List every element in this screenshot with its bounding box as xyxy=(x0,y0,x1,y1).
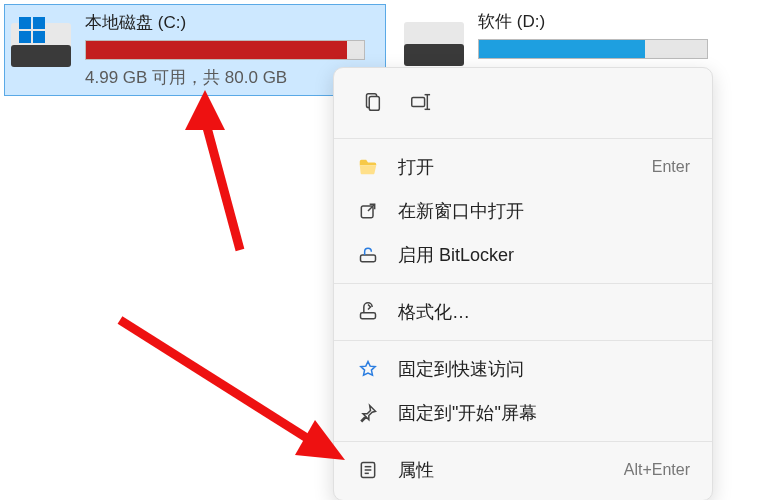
menu-item-open-new-window[interactable]: 在新窗口中打开 xyxy=(334,189,712,233)
capacity-bar xyxy=(478,39,708,59)
bitlocker-icon xyxy=(356,243,380,267)
svg-marker-14 xyxy=(185,90,225,130)
context-menu: 打开 Enter 在新窗口中打开 启用 BitLocker xyxy=(333,67,713,500)
drive-name: 本地磁盘 (C:) xyxy=(85,11,375,34)
drive-c[interactable]: 本地磁盘 (C:) 4.99 GB 可用，共 80.0 GB xyxy=(4,4,386,96)
open-new-window-icon xyxy=(356,199,380,223)
svg-line-13 xyxy=(205,120,240,250)
svg-rect-7 xyxy=(361,255,376,262)
format-icon xyxy=(356,300,380,324)
menu-item-shortcut: Enter xyxy=(652,158,690,176)
menu-item-pin-quick-access[interactable]: 固定到快速访问 xyxy=(334,347,712,391)
svg-rect-2 xyxy=(412,97,425,106)
menu-separator xyxy=(334,441,712,442)
menu-separator xyxy=(334,340,712,341)
menu-item-bitlocker[interactable]: 启用 BitLocker xyxy=(334,233,712,277)
drive-free-text: 4.99 GB 可用，共 80.0 GB xyxy=(85,66,375,89)
menu-item-format[interactable]: 格式化… xyxy=(334,290,712,334)
menu-item-label: 打开 xyxy=(398,155,652,179)
annotation-arrow-down xyxy=(110,310,350,480)
rename-button[interactable] xyxy=(400,82,440,122)
menu-item-label: 启用 BitLocker xyxy=(398,243,690,267)
copy-button[interactable] xyxy=(352,82,392,122)
svg-rect-1 xyxy=(369,97,379,111)
annotation-arrow-up xyxy=(150,90,260,260)
star-icon xyxy=(356,357,380,381)
menu-item-label: 固定到快速访问 xyxy=(398,357,690,381)
context-menu-toolbar xyxy=(334,76,712,132)
copy-icon xyxy=(361,91,383,113)
pin-icon xyxy=(356,401,380,425)
windows-logo-icon xyxy=(19,17,45,43)
menu-separator xyxy=(334,138,712,139)
menu-item-label: 格式化… xyxy=(398,300,690,324)
drive-name: 软件 (D:) xyxy=(478,10,748,33)
drive-info: 本地磁盘 (C:) 4.99 GB 可用，共 80.0 GB xyxy=(85,11,375,89)
menu-item-label: 属性 xyxy=(398,458,624,482)
properties-icon xyxy=(356,458,380,482)
svg-rect-8 xyxy=(361,313,376,319)
menu-item-label: 在新窗口中打开 xyxy=(398,199,690,223)
rename-icon xyxy=(409,91,431,113)
menu-item-shortcut: Alt+Enter xyxy=(624,461,690,479)
capacity-bar xyxy=(85,40,365,60)
menu-separator xyxy=(334,283,712,284)
menu-item-label: 固定到"开始"屏幕 xyxy=(398,401,690,425)
folder-open-icon xyxy=(356,155,380,179)
menu-item-pin-start[interactable]: 固定到"开始"屏幕 xyxy=(334,391,712,435)
menu-item-open[interactable]: 打开 Enter xyxy=(334,145,712,189)
drive-icon xyxy=(404,10,464,70)
menu-item-properties[interactable]: 属性 Alt+Enter xyxy=(334,448,712,492)
svg-line-15 xyxy=(120,320,310,440)
drive-icon xyxy=(11,11,71,71)
